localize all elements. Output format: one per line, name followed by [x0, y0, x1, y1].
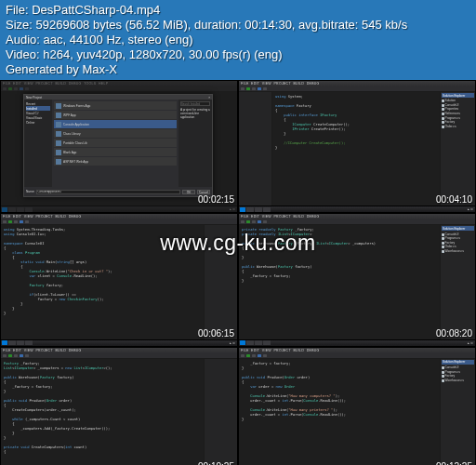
dialog-tree[interactable]: Recent Installed Visual C# Visual Basic …: [24, 100, 52, 187]
dialog-desc-panel: A project for creating a command-line ap…: [178, 100, 212, 187]
code-editor[interactable]: using System; namespace Factory { public…: [272, 92, 440, 206]
thumbnail-3: FILEEDITVIEWPROJECTBUILDDEBUG using Syst…: [0, 213, 238, 346]
dialog-template-list[interactable]: Windows Forms App WPF App Console Applic…: [52, 100, 178, 187]
project-name-input[interactable]: [36, 190, 180, 194]
thumbnail-1: FILEEDITVIEWPROJECTBUILDDEBUGTOOLSHELP N…: [0, 80, 238, 213]
timestamp: 00:12:25: [436, 461, 472, 465]
taskbar[interactable]: ▲ 🕪: [1, 206, 237, 212]
solution-explorer[interactable]: Solution Explorer ConsoleUI Program.cs F…: [440, 359, 475, 465]
audio-line: Audio: aac, 44100 Hz, stereo (eng): [6, 33, 470, 47]
side-toolbox[interactable]: [239, 92, 272, 206]
generated-line: Generated by Max-X: [6, 62, 470, 77]
code-editor[interactable]: private readonly Factory _factory; priva…: [239, 225, 440, 339]
timestamp: 00:08:20: [436, 328, 472, 339]
thumbnail-2: FILEEDITVIEWPROJECTBUILDDEBUG using Syst…: [238, 80, 476, 213]
start-button[interactable]: [2, 340, 7, 345]
timestamp: 00:10:25: [198, 461, 234, 465]
close-icon[interactable]: ×: [208, 96, 210, 100]
solution-explorer[interactable]: Solution Explorer ConsoleUI Program.cs F…: [440, 225, 475, 339]
thumbnail-5: FILEEDITVIEWPROJECTBUILDDEBUG Factory _f…: [0, 347, 238, 465]
thumbnail-4: FILEEDITVIEWPROJECTBUILDDEBUG private re…: [238, 213, 476, 346]
video-line: Video: h264, yuv420p, 1280x720, 30.00 fp…: [6, 47, 470, 62]
thumbnail-6: FILEEDITVIEWPROJECTBUILDDEBUG _factory =…: [238, 347, 476, 465]
code-editor[interactable]: Factory _factory; List<IComputer> _compu…: [1, 359, 204, 465]
thumbnail-grid: FILEEDITVIEWPROJECTBUILDDEBUGTOOLSHELP N…: [0, 80, 476, 465]
taskbar[interactable]: ▲ 🕪: [239, 339, 475, 346]
file-line: File: DesPattCSharp-04.mp4: [6, 3, 470, 18]
start-button[interactable]: [240, 340, 245, 345]
solution-explorer[interactable]: Solution Explorer Solution ConsoleUI Pro…: [440, 92, 475, 206]
size-line: Size: 59269608 bytes (56.52 MiB), durati…: [6, 18, 470, 33]
timestamp: 00:02:15: [198, 194, 234, 205]
code-editor[interactable]: _factory = factory; } public void Produc…: [239, 359, 440, 465]
new-project-dialog[interactable]: New Project× Recent Installed Visual C# …: [23, 94, 213, 197]
taskbar[interactable]: ▲ 🕪: [239, 206, 475, 212]
timestamp: 00:06:15: [198, 328, 234, 339]
ok-button[interactable]: OK: [182, 190, 195, 194]
media-info-header: File: DesPattCSharp-04.mp4 Size: 5926960…: [0, 0, 476, 80]
taskbar[interactable]: ▲ 🕪: [1, 339, 237, 346]
code-editor[interactable]: using System.Threading.Tasks; using Cons…: [1, 225, 204, 339]
start-button[interactable]: [240, 207, 245, 212]
search-input[interactable]: [180, 101, 210, 106]
start-button[interactable]: [2, 207, 7, 212]
timestamp: 00:04:10: [436, 194, 472, 205]
